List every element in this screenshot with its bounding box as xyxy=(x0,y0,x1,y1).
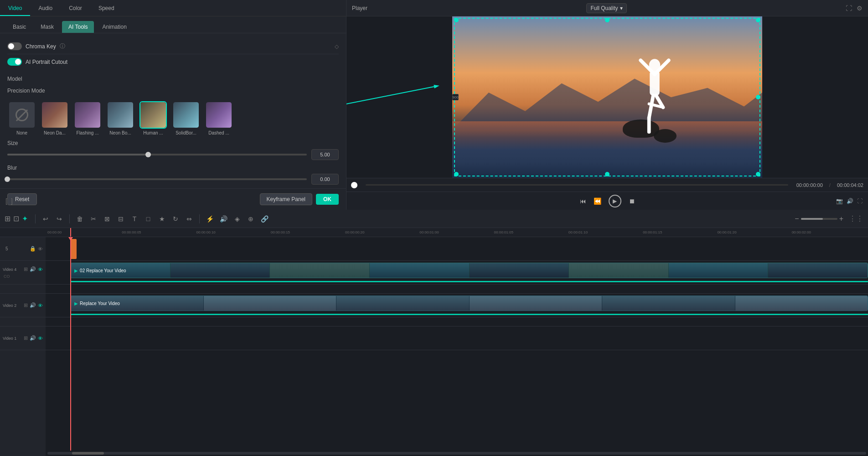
model-dashed[interactable]: Dashed ... xyxy=(204,101,233,135)
text-btn[interactable]: T xyxy=(129,213,140,224)
player-canvas: 900 xyxy=(452,16,762,178)
handle-tm[interactable] xyxy=(605,18,610,22)
track-video2-eye[interactable]: 👁 xyxy=(38,303,43,308)
zoom-out-icon[interactable]: − xyxy=(795,215,799,223)
time-separator: / xyxy=(829,182,831,188)
timeline-main: 5 🔒 👁 Video 4 ⊞ 🔊 👁 CO xyxy=(0,228,868,456)
track-video1-eye[interactable]: 👁 xyxy=(38,336,43,341)
v2-thumb-6 xyxy=(735,296,868,311)
step-back-button[interactable]: ⏪ xyxy=(594,197,601,205)
keyframe-btn-tl[interactable]: ◈ xyxy=(232,213,243,224)
bracket-left-icon[interactable]: [ xyxy=(5,197,7,205)
scrollbar-thumb[interactable] xyxy=(72,452,104,455)
height-indicator: 900 xyxy=(452,94,459,100)
track-video1-lock[interactable]: ⊞ xyxy=(24,335,28,341)
ok-button[interactable]: OK xyxy=(316,194,339,205)
track-video4-eye[interactable]: 👁 xyxy=(38,267,43,272)
tab-audio[interactable]: Audio xyxy=(30,1,61,16)
precision-row: Precision Mode xyxy=(7,85,339,97)
handle-mr[interactable] xyxy=(756,95,760,99)
handle-br[interactable] xyxy=(756,172,760,176)
bracket-right-icon[interactable]: ] xyxy=(11,197,13,205)
redo-btn[interactable]: ↪ xyxy=(54,213,65,224)
track-5-eye[interactable]: 👁 xyxy=(38,246,43,252)
play-button[interactable]: ▶ xyxy=(609,195,621,207)
yoga-silhouette xyxy=(632,55,677,146)
sticker-btn[interactable]: ★ xyxy=(156,213,167,224)
model-flashing[interactable]: Flashing ... xyxy=(73,101,102,135)
settings-icon[interactable]: ⚙ xyxy=(857,5,863,12)
expand-icon[interactable]: ⛶ xyxy=(857,198,863,204)
stop-button[interactable]: ⏹ xyxy=(629,197,635,205)
tab-video[interactable]: Video xyxy=(0,1,30,16)
video2-clip[interactable]: ▶ Replace Your Video xyxy=(70,295,868,311)
volume-btn[interactable]: 🔊 xyxy=(218,213,229,224)
chroma-key-toggle[interactable] xyxy=(7,42,22,50)
volume-icon[interactable]: 🔊 xyxy=(847,198,853,204)
playhead-dot[interactable] xyxy=(351,182,357,188)
timeline-ruler[interactable]: 00:00:00 00:00:00:05 00:00:00:10 00:00:0… xyxy=(46,228,868,237)
flip-btn[interactable]: ⇔ xyxy=(184,213,195,224)
subtab-mask[interactable]: Mask xyxy=(34,21,60,33)
blur-slider-track[interactable] xyxy=(7,178,307,180)
model-solid-border[interactable]: SolidBor... xyxy=(171,101,201,135)
blur-slider-container: 0.00 xyxy=(7,174,339,185)
video4-clip[interactable]: ▶ 02 Replace Your Video xyxy=(70,263,868,278)
link-btn[interactable]: 🔗 xyxy=(259,213,270,224)
player-title: Player xyxy=(352,5,367,11)
track-video2-lock[interactable]: ⊞ xyxy=(24,302,28,308)
keyframe-panel-button[interactable]: Keyframe Panel xyxy=(260,193,312,205)
zoom-in-icon[interactable]: + xyxy=(839,215,843,223)
crop-btn[interactable]: ⊟ xyxy=(115,213,126,224)
subtab-animation[interactable]: Animation xyxy=(96,21,133,33)
add-audio-icon[interactable]: ⊡ xyxy=(13,214,19,223)
model-human[interactable]: Human Outline Human ... xyxy=(139,101,168,135)
cut-btn[interactable]: ✂ xyxy=(88,213,99,224)
blur-slider-thumb[interactable] xyxy=(5,176,10,182)
zoom-slider[interactable] xyxy=(801,218,837,220)
handle-tl[interactable] xyxy=(454,18,459,22)
track-video1-speaker[interactable]: 🔊 xyxy=(30,335,36,341)
tab-speed[interactable]: Speed xyxy=(90,1,123,16)
track-video4-speaker[interactable]: 🔊 xyxy=(30,266,36,272)
track-video4-lock[interactable]: ⊞ xyxy=(24,266,28,272)
subtab-ai-tools[interactable]: AI Tools xyxy=(62,21,94,33)
subtab-basic[interactable]: Basic xyxy=(6,21,32,33)
track-label-video4: Video 4 ⊞ 🔊 👁 CO xyxy=(0,261,46,285)
chroma-key-info-icon[interactable]: ⓘ xyxy=(60,42,65,50)
size-slider-thumb[interactable] xyxy=(145,152,151,157)
shape-btn[interactable]: □ xyxy=(143,213,154,224)
delete-btn[interactable]: 🗑 xyxy=(74,213,85,224)
blur-label: Blur xyxy=(7,165,339,171)
quality-select[interactable]: Full Quality ▾ xyxy=(586,3,626,13)
ai-portrait-toggle[interactable] xyxy=(7,58,22,66)
progress-bar[interactable] xyxy=(366,184,788,186)
split-btn[interactable]: ⊕ xyxy=(245,213,256,224)
undo-btn[interactable]: ↩ xyxy=(40,213,51,224)
model-none[interactable]: None xyxy=(7,101,36,135)
detach-btn[interactable]: ⊠ xyxy=(102,213,113,224)
ruler-mark-6: 00:00:01:05 xyxy=(494,230,568,234)
snapshot-icon[interactable]: 📷 xyxy=(836,198,843,204)
tab-color[interactable]: Color xyxy=(61,1,90,16)
add-effect-icon[interactable]: ✦ xyxy=(22,214,28,223)
player-timeline-bar: 00:00:00:00 / 00:00:04:02 xyxy=(346,178,868,192)
ruler-mark-8: 00:00:01:15 xyxy=(643,230,717,234)
model-neon-bo[interactable]: Neon Bo... xyxy=(106,101,135,135)
rotate-btn[interactable]: ↻ xyxy=(170,213,181,224)
handle-bl[interactable] xyxy=(454,172,459,176)
track-label-video1: Video 1 ⊞ 🔊 👁 xyxy=(0,326,46,350)
speed-btn[interactable]: ⚡ xyxy=(204,213,215,224)
model-grid: None Neon Da... Flashing . xyxy=(7,101,339,135)
track-5-lock[interactable]: 🔒 xyxy=(30,246,36,252)
handle-bm[interactable] xyxy=(605,172,610,176)
model-neon-da[interactable]: Neon Da... xyxy=(40,101,69,135)
handle-tr[interactable] xyxy=(756,18,760,22)
size-slider-track[interactable] xyxy=(7,154,307,155)
more-options-icon[interactable]: ⋮⋮ xyxy=(849,214,863,223)
add-video-icon[interactable]: ⊞ xyxy=(5,214,10,223)
track-video2-speaker[interactable]: 🔊 xyxy=(30,302,36,308)
skip-back-button[interactable]: ⏮ xyxy=(580,197,586,205)
fullscreen-icon[interactable]: ⛶ xyxy=(846,5,852,12)
scrollbar-track[interactable] xyxy=(47,452,866,455)
